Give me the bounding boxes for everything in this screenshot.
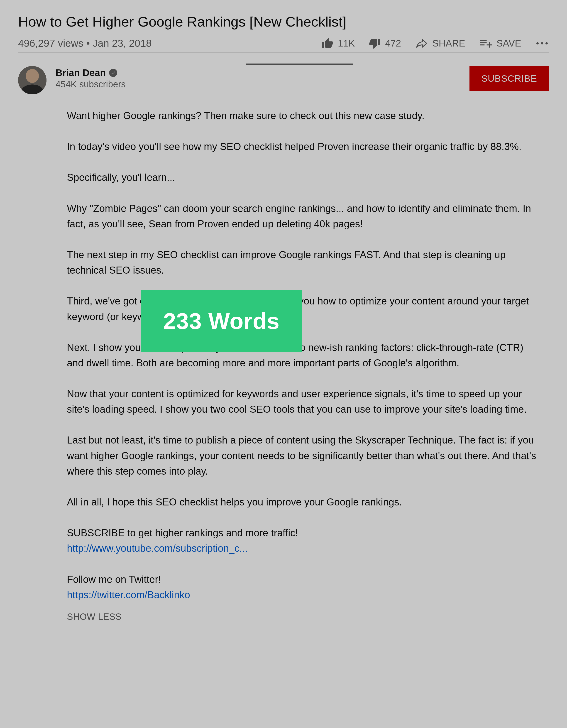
subscribe-link[interactable]: http://www.youtube.com/subscription_c... <box>67 543 248 554</box>
video-description: Want higher Google rankings? Then make s… <box>67 108 539 603</box>
action-bar: 11K 472 SHARE SAVE <box>322 37 549 50</box>
dislike-count: 472 <box>385 38 401 49</box>
like-count: 11K <box>338 38 355 49</box>
meta-row: 496,297 views • Jan 23, 2018 11K 472 SHA… <box>18 37 549 53</box>
more-actions-button[interactable] <box>535 37 549 50</box>
save-button[interactable]: SAVE <box>479 37 521 50</box>
sentiment-bar <box>246 64 353 65</box>
save-label: SAVE <box>496 38 521 49</box>
subscribe-cta: SUBSCRIBE to get higher rankings and mor… <box>67 527 298 538</box>
twitter-cta: Follow me on Twitter! <box>67 574 161 585</box>
desc-paragraph: Want higher Google rankings? Then make s… <box>67 108 539 123</box>
channel-avatar[interactable] <box>18 66 46 94</box>
view-count: 496,297 views <box>18 37 83 49</box>
subscriber-count: 454K subscribers <box>56 79 460 89</box>
meta-separator: • <box>83 37 93 49</box>
playlist-add-icon <box>479 37 492 50</box>
share-button[interactable]: SHARE <box>415 37 465 50</box>
desc-paragraph: Third, we've got on-page SEO. Here's whe… <box>67 293 539 324</box>
desc-paragraph: Now that your content is optimized for k… <box>67 386 539 417</box>
avatar-image <box>18 66 46 94</box>
desc-paragraph: In today's video you'll see how my SEO c… <box>67 139 539 154</box>
publish-date: Jan 23, 2018 <box>93 37 152 49</box>
desc-paragraph: Specifically, you'l learn... <box>67 170 539 185</box>
thumbs-up-icon <box>322 37 333 49</box>
like-button[interactable]: 11K <box>322 37 355 49</box>
desc-paragraph: Next, I show you how to optimize your si… <box>67 340 539 371</box>
video-title: How to Get Higher Google Rankings [New C… <box>18 14 549 30</box>
thumbs-down-icon <box>369 37 381 49</box>
dislike-button[interactable]: 472 <box>369 37 401 49</box>
desc-paragraph: Why "Zombie Pages" can doom your search … <box>67 201 539 232</box>
share-icon <box>415 37 428 50</box>
subscribe-button[interactable]: SUBSCRIBE <box>469 66 549 91</box>
desc-paragraph: All in all, I hope this SEO checklist he… <box>67 494 539 510</box>
desc-paragraph: The next step in my SEO checklist can im… <box>67 247 539 278</box>
more-icon <box>541 42 543 44</box>
word-count-badge: 233 Words <box>141 290 302 352</box>
more-icon <box>536 42 539 44</box>
views-date: 496,297 views • Jan 23, 2018 <box>18 37 152 49</box>
verified-icon <box>109 69 117 77</box>
channel-name[interactable]: Brian Dean <box>56 67 106 78</box>
more-icon <box>545 42 548 44</box>
desc-subscribe-block: SUBSCRIBE to get higher rankings and mor… <box>67 525 539 556</box>
show-less-button[interactable]: SHOW LESS <box>67 612 549 622</box>
twitter-link[interactable]: https://twitter.com/Backlinko <box>67 589 190 600</box>
share-label: SHARE <box>432 38 465 49</box>
channel-row: Brian Dean 454K subscribers SUBSCRIBE <box>18 66 549 94</box>
desc-paragraph: Last but not least, it's time to publish… <box>67 432 539 479</box>
desc-twitter-block: Follow me on Twitter! https://twitter.co… <box>67 572 539 603</box>
